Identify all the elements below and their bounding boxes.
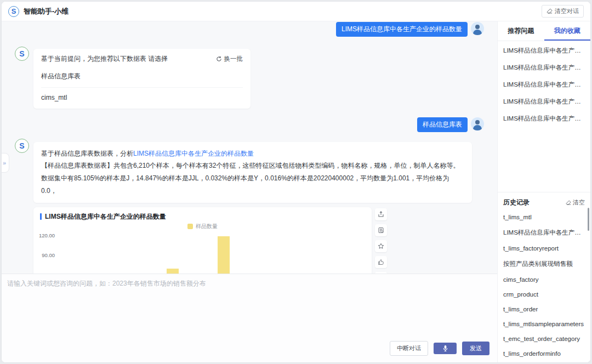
sidebar-tabs: 推荐问题 我的收藏: [498, 21, 590, 41]
sidebar-scrollbar[interactable]: [588, 208, 589, 231]
favorites-list: LIMS样品信息库中各生产企业的样品...LIMS样品信息库中各生产企业的样品.…: [498, 41, 590, 128]
chart-title: LIMS样品信息库中各生产企业的样品数量: [45, 212, 166, 221]
y-axis-tick: 90.00: [42, 252, 58, 258]
report-icon[interactable]: [375, 224, 387, 236]
app-title: 智能助手-小维: [24, 7, 69, 16]
history-item[interactable]: t_lims_factoryreport: [503, 241, 585, 255]
app-logo-icon: S: [8, 6, 19, 17]
chart-action-icons: [375, 208, 387, 284]
recommend-tables-card: 基于当前提问，为您推荐以下数据表 请选择 换一批 样品信息库表cims_mtl: [33, 49, 251, 109]
recommend-table-option[interactable]: 样品信息库表: [41, 66, 243, 88]
tab-my-favorites[interactable]: 我的收藏: [544, 21, 591, 41]
user-message: 样品信息库表: [417, 117, 468, 132]
history-item[interactable]: 鉴别检验各样品类型的委托数量: [503, 361, 585, 362]
legend-label[interactable]: 样品数量: [196, 223, 218, 230]
header: S 智能助手-小维 清空对话: [2, 2, 590, 21]
assistant-avatar: S: [15, 139, 29, 153]
recommend-options: 样品信息库表cims_mtl: [41, 66, 243, 107]
export-icon[interactable]: [375, 208, 387, 220]
history-item[interactable]: t_lims_orderforminfo: [503, 346, 585, 361]
tab-recommended-questions[interactable]: 推荐问题: [498, 21, 544, 41]
history-item[interactable]: t_lims_order: [503, 302, 585, 316]
eraser-icon: [566, 200, 571, 206]
history-section: 历史记录 清空 t_lims_mtlLIMS样品信息库中各生产企业的样品...t…: [498, 192, 590, 362]
chat-main: » LIMS样品信息库中各生产企业的样品数量 S 基于当前提问，为您推荐以下数据…: [2, 21, 497, 362]
user-message: LIMS样品信息库中各生产企业的样品数量: [336, 22, 468, 37]
history-item[interactable]: t_lims_mtlsampleparameters: [503, 316, 585, 331]
history-title: 历史记录: [503, 198, 530, 207]
favorite-item[interactable]: LIMS样品信息库中各生产企业的样品...: [503, 42, 585, 59]
favorite-item[interactable]: LIMS样品信息库中各生产企业的样品...: [503, 110, 585, 127]
send-button[interactable]: 发送: [462, 342, 489, 355]
thumbs-up-icon[interactable]: [375, 256, 387, 268]
right-sidebar: 推荐问题 我的收藏 LIMS样品信息库中各生产企业的样品...LIMS样品信息库…: [497, 21, 590, 362]
star-icon[interactable]: [375, 240, 387, 252]
analysis-body: 【样品信息库表数据表】共包含6,210个样本，每个样本有32个特征，这些特征区域…: [41, 162, 459, 195]
analysis-question-link[interactable]: LIMS样品信息库中各生产企业的样品数量: [133, 150, 254, 157]
app-window: S 智能助手-小维 清空对话 推荐问题 我的收藏 LIMS样品信息库中各生产企业…: [1, 1, 591, 363]
history-clear-button[interactable]: 清空: [566, 198, 585, 207]
y-axis-tick: 120.00: [39, 232, 58, 238]
history-list: t_lims_mtlLIMS样品信息库中各生产企业的样品...t_lims_fa…: [503, 209, 585, 362]
refresh-batch-button[interactable]: 换一批: [216, 55, 243, 63]
message-input[interactable]: [2, 274, 497, 334]
favorite-item[interactable]: LIMS样品信息库中各生产企业的样品...: [503, 76, 585, 93]
recommend-title: 基于当前提问，为您推荐以下数据表 请选择: [41, 54, 168, 64]
microphone-button[interactable]: [434, 343, 457, 354]
history-item[interactable]: t_lims_mtl: [503, 209, 585, 224]
clear-conversation-label: 清空对话: [555, 7, 579, 15]
history-item[interactable]: LIMS样品信息库中各生产企业的样品...: [503, 224, 585, 241]
recommend-table-option[interactable]: cims_mtl: [41, 88, 243, 107]
interrupt-button[interactable]: 中断对话: [390, 341, 428, 356]
favorite-item[interactable]: LIMS样品信息库中各生产企业的样品...: [503, 59, 585, 76]
favorite-item[interactable]: LIMS样品信息库中各生产企业的样品...: [503, 93, 585, 110]
history-item[interactable]: 按照产品类别展现销售额: [503, 255, 585, 272]
composer: 中断对话 发送: [2, 274, 497, 362]
user-avatar: [471, 117, 484, 130]
panel-collapse-handle[interactable]: »: [2, 153, 9, 173]
user-avatar: [471, 22, 484, 35]
legend-swatch: [187, 224, 193, 229]
refresh-icon: [216, 56, 222, 62]
history-item[interactable]: crm_product: [503, 287, 585, 302]
analysis-text-card: 基于样品信息库表数据表，分析LIMS样品信息库中各生产企业的样品数量 【样品信息…: [33, 142, 472, 203]
title-accent-bar: [40, 213, 42, 220]
history-item[interactable]: cims_factory: [503, 272, 585, 287]
eraser-icon: [547, 8, 553, 14]
analysis-intro: 基于样品信息库表数据表，分析: [41, 150, 133, 157]
assistant-avatar: S: [15, 47, 29, 61]
history-item[interactable]: t_emc_test_order_category: [503, 331, 585, 346]
clear-conversation-button[interactable]: 清空对话: [542, 5, 584, 18]
